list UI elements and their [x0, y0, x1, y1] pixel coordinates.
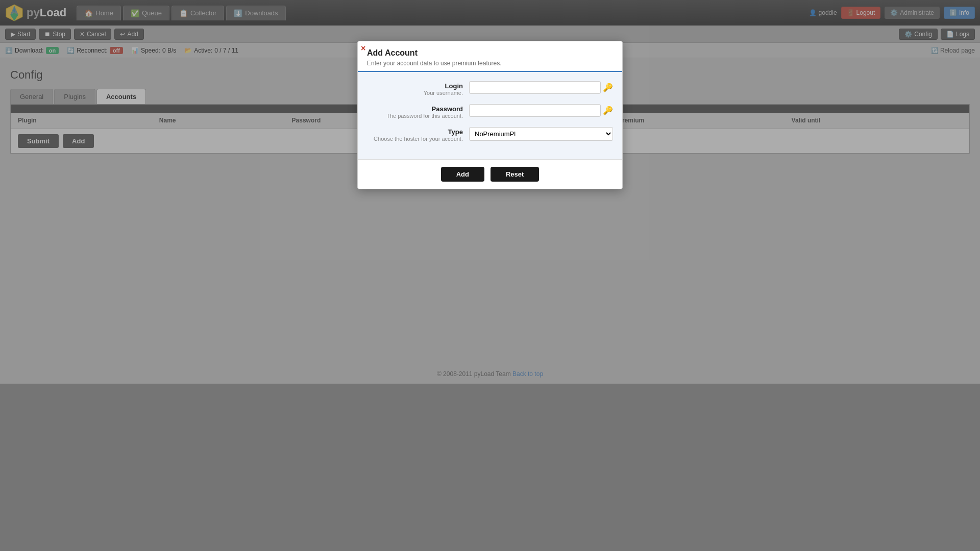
- login-label-area: Login Your username.: [367, 81, 469, 96]
- modal-subtitle: Enter your account data to use premium f…: [367, 60, 613, 67]
- password-label: Password: [367, 105, 463, 113]
- modal-title: Add Account: [367, 48, 613, 58]
- password-toggle-icon[interactable]: 🔑: [603, 106, 613, 115]
- modal-add-button[interactable]: Add: [441, 167, 484, 182]
- password-sublabel: The password for this account.: [367, 113, 463, 119]
- type-label-area: Type Choose the hoster for your account.: [367, 127, 469, 142]
- modal-footer: Add Reset: [358, 159, 622, 189]
- login-input-area: 🔑: [469, 81, 613, 94]
- login-input[interactable]: [469, 81, 601, 94]
- modal-body: Login Your username. 🔑 Password The pass…: [358, 72, 622, 159]
- password-row: Password The password for this account. …: [367, 104, 613, 119]
- type-row: Type Choose the hoster for your account.…: [367, 127, 613, 142]
- modal-overlay: × Add Account Enter your account data to…: [0, 0, 980, 551]
- login-label: Login: [367, 82, 463, 90]
- password-input[interactable]: [469, 104, 601, 117]
- modal-dialog: × Add Account Enter your account data to…: [357, 41, 623, 189]
- type-input-area: NoPremiumPl: [469, 127, 613, 141]
- password-label-area: Password The password for this account.: [367, 104, 469, 119]
- login-toggle-icon[interactable]: 🔑: [603, 83, 613, 92]
- type-sublabel: Choose the hoster for your account.: [367, 136, 463, 142]
- modal-close-button[interactable]: ×: [361, 44, 365, 53]
- modal-reset-button[interactable]: Reset: [491, 167, 539, 182]
- password-input-area: 🔑: [469, 104, 613, 117]
- login-sublabel: Your username.: [367, 90, 463, 96]
- modal-header: Add Account Enter your account data to u…: [358, 41, 622, 72]
- type-label: Type: [367, 128, 463, 136]
- login-row: Login Your username. 🔑: [367, 81, 613, 96]
- type-select[interactable]: NoPremiumPl: [469, 127, 613, 141]
